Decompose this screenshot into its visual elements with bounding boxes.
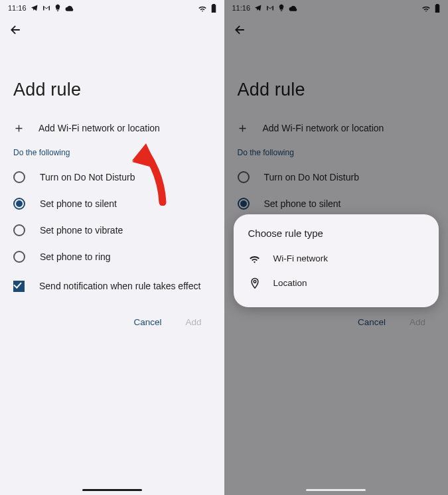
dialog-option-label: Location <box>273 278 307 288</box>
dialog-option-wifi[interactable]: Wi-Fi network <box>236 247 437 270</box>
top-app-bar <box>0 16 224 46</box>
arrow-left-icon <box>234 23 247 36</box>
radio-icon <box>13 251 25 263</box>
add-trigger-row[interactable]: Add Wi-Fi network or location <box>0 119 224 143</box>
radio-icon <box>13 171 25 183</box>
option-dnd[interactable]: Turn on Do Not Disturb <box>224 164 449 190</box>
dialog-option-location[interactable]: Location <box>236 270 437 295</box>
arrow-left-icon <box>9 23 23 36</box>
option-silent[interactable]: Set phone to silent <box>224 190 449 217</box>
top-app-bar <box>224 16 449 46</box>
radio-icon-selected <box>13 198 25 210</box>
lightbulb-icon <box>54 4 61 12</box>
telegram-icon <box>31 4 38 12</box>
option-label: Set phone to vibrate <box>40 225 123 236</box>
section-header: Do the following <box>224 143 449 164</box>
cancel-button[interactable]: Cancel <box>358 317 386 327</box>
wifi-icon <box>421 5 431 12</box>
add-button[interactable]: Add <box>185 317 201 327</box>
wifi-icon <box>248 254 261 263</box>
gmail-icon <box>266 5 274 11</box>
navbar-handle[interactable] <box>82 489 142 492</box>
choose-rule-type-dialog: Choose rule type Wi-Fi network Location <box>234 214 439 307</box>
lightbulb-icon <box>278 4 285 12</box>
option-label: Set phone to silent <box>40 198 117 209</box>
option-dnd[interactable]: Turn on Do Not Disturb <box>0 164 224 190</box>
section-header: Do the following <box>0 143 224 164</box>
wifi-icon <box>198 5 207 12</box>
action-bar: Cancel Add <box>0 300 224 327</box>
option-silent[interactable]: Set phone to silent <box>0 190 224 217</box>
plus-icon <box>13 123 24 133</box>
cloud-icon <box>65 5 74 11</box>
option-vibrate[interactable]: Set phone to vibrate <box>0 217 224 244</box>
navbar-handle[interactable] <box>306 489 366 492</box>
radio-icon <box>238 171 250 183</box>
status-bar: 11:16 <box>0 0 224 16</box>
add-button[interactable]: Add <box>410 317 425 327</box>
add-trigger-label: Add Wi-Fi network or location <box>263 123 384 133</box>
option-notify[interactable]: Send notification when rule takes effect <box>0 270 224 300</box>
page-title: Add rule <box>0 46 224 119</box>
battery-icon <box>435 4 440 13</box>
option-label: Turn on Do Not Disturb <box>40 172 135 182</box>
cancel-button[interactable]: Cancel <box>133 317 161 327</box>
option-label: Send notification when rule takes effect <box>39 279 200 293</box>
dialog-option-label: Wi-Fi network <box>273 253 329 263</box>
option-ring[interactable]: Set phone to ring <box>0 244 224 270</box>
gmail-icon <box>42 5 50 11</box>
radio-icon <box>13 224 25 236</box>
option-label: Set phone to ring <box>40 251 111 262</box>
status-bar: 11:16 <box>224 0 449 16</box>
checkbox-checked-icon <box>13 281 25 292</box>
status-time: 11:16 <box>8 4 27 12</box>
phone-screenshot-right: 11:16 Add rule Add Wi-Fi network or loca… <box>224 0 449 495</box>
phone-screenshot-left: 11:16 Add rule Add Wi-Fi network or loca… <box>0 0 224 495</box>
add-trigger-row[interactable]: Add Wi-Fi network or location <box>224 119 449 143</box>
back-button[interactable] <box>9 23 23 39</box>
add-trigger-label: Add Wi-Fi network or location <box>38 123 160 133</box>
svg-point-1 <box>254 281 256 283</box>
telegram-icon <box>254 4 262 12</box>
dialog-title: Choose rule type <box>236 226 437 247</box>
back-button[interactable] <box>234 23 247 39</box>
location-pin-icon <box>248 277 261 289</box>
option-label: Turn on Do Not Disturb <box>264 172 359 182</box>
option-label: Set phone to silent <box>264 198 341 209</box>
status-time: 11:16 <box>232 4 251 12</box>
radio-icon-selected <box>238 198 250 210</box>
plus-icon <box>238 123 248 133</box>
cloud-icon <box>289 5 298 11</box>
page-title: Add rule <box>224 46 449 119</box>
battery-icon <box>211 4 216 13</box>
